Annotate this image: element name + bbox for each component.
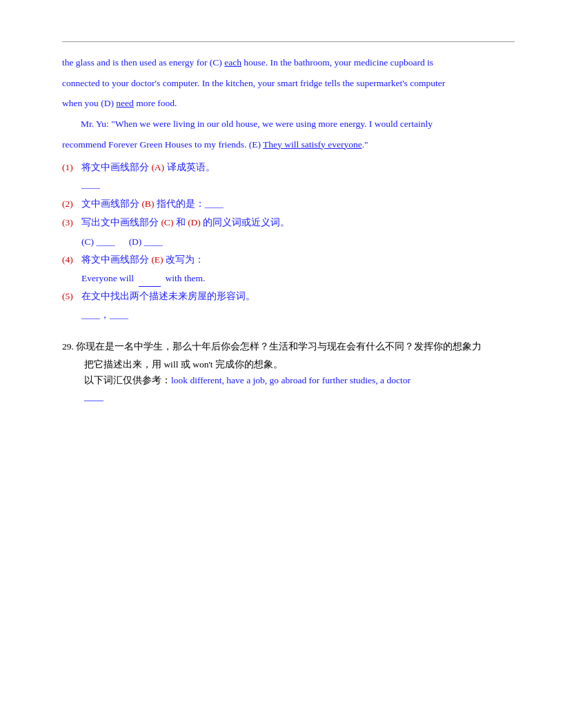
q3-sub: (C) ____ (D) ____ bbox=[81, 234, 515, 250]
q3-body: 写出文中画线部分 (C) 和 (D) 的同义词或近义词。 bbox=[81, 214, 290, 231]
question-2: (2) 文中画线部分 (B) 指代的是：____ bbox=[62, 196, 515, 212]
q1-body: 将文中画线部分 (A) 译成英语。 bbox=[81, 159, 215, 176]
passage-line3: when you (D) need more food. bbox=[62, 95, 515, 112]
passage-line5: recommend Forever Green Houses to my fri… bbox=[62, 136, 515, 153]
q1-blank: ____ bbox=[81, 179, 515, 192]
q29-body-line2: 把它描述出来，用 will 或 won't 完成你的想象。 bbox=[84, 356, 515, 373]
q2-body: 文中画线部分 (B) 指代的是：____ bbox=[81, 196, 224, 212]
q5-num: (5) bbox=[62, 288, 81, 305]
q5-sub: ____，____ bbox=[81, 307, 515, 323]
passage-line1: the glass and is then used as energy for… bbox=[62, 54, 515, 71]
q29-blank: ____ bbox=[84, 392, 515, 403]
q4-sub: Everyone will with them. bbox=[81, 270, 515, 287]
question-3: (3) 写出文中画线部分 (C) 和 (D) 的同义词或近义词。 bbox=[62, 214, 515, 231]
q2-num: (2) bbox=[62, 196, 81, 212]
q29-num: 29. bbox=[62, 341, 76, 352]
passage-line2: connected to your doctor's computer. In … bbox=[62, 75, 515, 92]
questions-section: (1) 将文中画线部分 (A) 译成英语。 ____ (2) 文中画线部分 (B… bbox=[62, 159, 515, 323]
question-4: (4) 将文中画线部分 (E) 改写为： bbox=[62, 252, 515, 268]
q1-num: (1) bbox=[62, 159, 81, 176]
q29-header: 29. 你现在是一名中学生，那么十年后你会怎样？生活和学习与现在会有什么不同？发… bbox=[62, 338, 515, 355]
q3-num: (3) bbox=[62, 214, 81, 231]
q4-body: 将文中画线部分 (E) 改写为： bbox=[81, 252, 204, 268]
question-5: (5) 在文中找出两个描述未来房屋的形容词。 bbox=[62, 288, 515, 305]
q29-section: 29. 你现在是一名中学生，那么十年后你会怎样？生活和学习与现在会有什么不同？发… bbox=[62, 338, 515, 403]
q4-num: (4) bbox=[62, 252, 81, 268]
q29-hint-line: 以下词汇仅供参考：look different, have a job, go … bbox=[84, 372, 515, 389]
q5-body: 在文中找出两个描述未来房屋的形容词。 bbox=[81, 288, 255, 305]
question-1: (1) 将文中画线部分 (A) 译成英语。 bbox=[62, 159, 515, 176]
top-divider bbox=[62, 41, 515, 42]
passage-line4: Mr. Yu: "When we were living in our old … bbox=[62, 116, 515, 132]
